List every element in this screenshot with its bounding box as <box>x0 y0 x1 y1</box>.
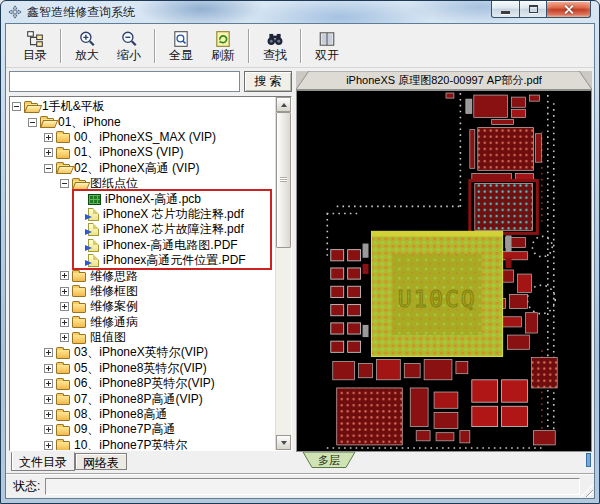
pcb-board-view[interactable]: U10CQ <box>297 91 591 451</box>
scroll-track[interactable] <box>276 112 291 435</box>
tree-item[interactable]: 阻值图 <box>10 330 275 345</box>
tree-item[interactable]: 10、iPhone7P英特尔 <box>10 438 275 450</box>
layer-tab-multilayer[interactable]: 多层 <box>302 452 356 468</box>
scroll-down-button[interactable] <box>276 435 291 450</box>
folder-icon <box>72 287 86 297</box>
close-button[interactable] <box>547 1 591 18</box>
viewer-panel: iPhoneXS 原理图820-00997 AP部分.pdf <box>296 71 592 471</box>
tree-expander[interactable] <box>44 379 53 388</box>
folder-icon <box>56 349 70 359</box>
tree-expander[interactable] <box>44 441 53 450</box>
tree-item[interactable]: iPhonex高通元件位置.PDF <box>10 253 275 268</box>
tree-expander[interactable] <box>60 179 69 188</box>
tree-expander[interactable] <box>60 333 69 342</box>
maximize-icon <box>529 5 538 13</box>
tree-expander[interactable] <box>60 318 69 327</box>
tree-item[interactable]: 06、iPhone8P英特尔(VIP) <box>10 376 275 391</box>
tree-item[interactable]: 01、iPhone <box>10 114 275 129</box>
tree-item[interactable]: 1手机&平板 <box>10 99 275 114</box>
tree-expander[interactable] <box>44 133 53 142</box>
minimize-button[interactable] <box>491 1 520 18</box>
tree-expander[interactable] <box>60 271 69 280</box>
pcb-file-icon <box>88 194 101 205</box>
zoom-in-icon <box>78 30 96 48</box>
tree-expander[interactable] <box>44 348 53 357</box>
folder-icon <box>56 380 70 390</box>
tree-expander[interactable] <box>44 425 53 434</box>
search-button[interactable]: 搜 索 <box>244 71 292 92</box>
tree-expander[interactable] <box>44 410 53 419</box>
minimize-icon <box>501 11 510 14</box>
viewer-scrollbar[interactable] <box>586 453 591 467</box>
toolbar-button-find[interactable]: 查找 <box>254 26 296 66</box>
tree-item[interactable]: 09、iPhone7P高通 <box>10 422 275 437</box>
tree-item[interactable]: 维修思路 <box>10 268 275 283</box>
tree-scrollbar[interactable] <box>275 97 291 450</box>
tree-item-label: 10、iPhone7P英特尔 <box>74 437 187 450</box>
folder-open-icon <box>40 118 54 128</box>
scroll-thumb[interactable] <box>276 112 291 248</box>
toolbar-button-fit-all[interactable]: 全显 <box>160 26 202 66</box>
refresh-icon <box>214 30 232 48</box>
toolbar-button-label: 刷新 <box>211 49 235 61</box>
tree-item[interactable]: 07、iPhone8P高通(VIP) <box>10 391 275 406</box>
toolbar-button-catalog[interactable]: 目录 <box>14 26 56 66</box>
toolbar-button-label: 全显 <box>169 49 193 61</box>
folder-icon <box>56 133 70 143</box>
document-tab[interactable]: iPhoneXS 原理图820-00997 AP部分.pdf <box>296 71 592 90</box>
tree-item[interactable]: iPhonex-高通电路图.PDF <box>10 238 275 253</box>
client-area: 目录放大缩小全显刷新查找双开 搜 索 1手机&平板01、iPhone00、iPh… <box>5 23 595 499</box>
tree-expander[interactable] <box>44 364 53 373</box>
toolbar-button-zoom-out[interactable]: 缩小 <box>108 26 150 66</box>
tree-item[interactable]: 08、iPhone8高通 <box>10 407 275 422</box>
maximize-button[interactable] <box>520 1 547 18</box>
tree-item[interactable]: 05、iPhone8英特尔(VIP) <box>10 361 275 376</box>
folder-icon <box>56 364 70 374</box>
toolbar-button-label: 缩小 <box>117 49 141 61</box>
tree-item[interactable]: 维修通病 <box>10 314 275 329</box>
folder-icon <box>56 395 70 405</box>
window-title: 鑫智造维修查询系统 <box>27 4 135 21</box>
scroll-up-button[interactable] <box>276 97 291 112</box>
titlebar: 鑫智造维修查询系统 <box>1 1 599 23</box>
tree-item[interactable]: 01、iPhoneXS (VIP) <box>10 145 275 160</box>
tree-item[interactable]: iPhoneX 芯片功能注释.pdf <box>10 207 275 222</box>
tree-item[interactable]: 02、iPhoneX高通 (VIP) <box>10 161 275 176</box>
tree-expander[interactable] <box>12 102 21 111</box>
tree-item[interactable]: 03、iPhoneX英特尔(VIP) <box>10 345 275 360</box>
tree-expander[interactable] <box>44 395 53 404</box>
tree-expander[interactable] <box>44 164 53 173</box>
chip-designator: U10CQ <box>398 285 477 311</box>
tree-item[interactable]: iPhoneX 芯片故障注释.pdf <box>10 222 275 237</box>
search-bar: 搜 索 <box>9 71 292 93</box>
tree-expander[interactable] <box>60 302 69 311</box>
tree-item[interactable]: 00、iPhoneXS_MAX (VIP) <box>10 130 275 145</box>
pdf-file-icon <box>88 239 99 252</box>
resize-grip[interactable] <box>580 484 593 497</box>
layer-tabbar: 多层 <box>296 452 592 471</box>
tree-item[interactable]: 维修框图 <box>10 284 275 299</box>
toolbar-button-refresh[interactable]: 刷新 <box>202 26 244 66</box>
folder-open-icon <box>24 103 38 113</box>
tree-item[interactable]: iPhoneX-高通.pcb <box>10 191 275 206</box>
search-input[interactable] <box>9 71 240 92</box>
folder-icon <box>72 272 86 282</box>
pcb-canvas: U10CQ <box>296 90 592 452</box>
tree-expander[interactable] <box>44 148 53 157</box>
app-window: 鑫智造维修查询系统 目录放大缩小全显刷新查找双开 搜 索 1手机&平板01、iP… <box>0 0 600 504</box>
arrow-down-icon <box>281 441 287 445</box>
tree-item[interactable]: 图纸点位 <box>10 176 275 191</box>
file-tree: 1手机&平板01、iPhone00、iPhoneXS_MAX (VIP)01、i… <box>10 97 275 450</box>
tree-item[interactable]: 维修案例 <box>10 299 275 314</box>
tab-netlist[interactable]: 网络表 <box>75 453 127 470</box>
folder-icon <box>56 426 70 436</box>
tree-expander[interactable] <box>60 287 69 296</box>
toolbar-button-dual-open[interactable]: 双开 <box>306 26 348 66</box>
window-controls <box>491 1 591 18</box>
tab-file-directory[interactable]: 文件目录 <box>11 452 75 471</box>
close-icon <box>563 4 574 15</box>
pdf-file-icon <box>88 208 99 221</box>
tree-expander[interactable] <box>28 118 37 127</box>
toolbar-button-zoom-in[interactable]: 放大 <box>66 26 108 66</box>
statusbar: 状态: <box>6 473 594 498</box>
